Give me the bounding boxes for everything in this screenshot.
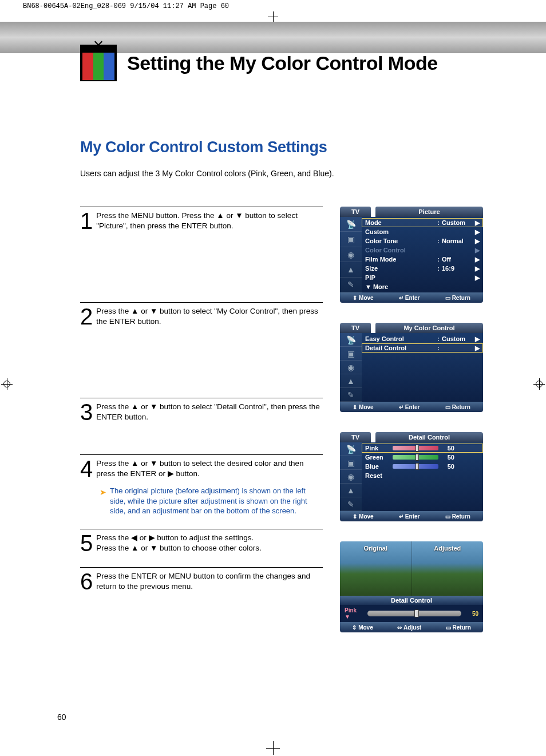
- move-icon: ⇕: [353, 513, 357, 520]
- pink-slider[interactable]: [393, 446, 438, 450]
- sound-icon: ◉: [340, 247, 362, 262]
- osd-title: Picture: [375, 207, 483, 217]
- step-number: 2: [80, 305, 96, 328]
- preview-value: 50: [461, 611, 478, 617]
- menu-row-custom[interactable]: Custom▶: [362, 227, 483, 236]
- picture-icon: ▣: [340, 456, 362, 470]
- menu-row-mode[interactable]: Mode:Custom▶: [362, 218, 483, 227]
- step-text: Press the ▲ or ▼ button to select "Detai…: [96, 401, 323, 423]
- menu-row-more[interactable]: ▼ More: [362, 282, 483, 291]
- menu-row-green[interactable]: Green50: [362, 453, 483, 462]
- preview-param-label: Pink▼: [345, 607, 367, 620]
- preview-original: Original: [340, 541, 412, 596]
- menu-row-detail-control[interactable]: Detail Control:▶: [362, 343, 483, 353]
- note-arrow-icon: ➤: [100, 487, 106, 498]
- step-4: 4 Press the ▲ or ▼ button to select the …: [80, 454, 323, 480]
- picture-icon: ▣: [340, 347, 362, 361]
- osd-footer: ⇕Move ↵Enter ▭Return: [340, 402, 483, 412]
- return-icon: ▭: [445, 404, 450, 410]
- menu-row-reset[interactable]: Reset: [362, 471, 483, 480]
- osd-footer: ⇕Move ↵Enter ▭Return: [340, 292, 483, 303]
- satellite-icon: 📡: [340, 217, 362, 232]
- enter-icon: ↵: [399, 295, 403, 301]
- step-4-note: ➤ The original picture (before adjustmen…: [100, 486, 323, 516]
- menu-row-pip[interactable]: PIP▶: [362, 273, 483, 282]
- return-icon: ▭: [445, 513, 450, 520]
- menu-row-color-tone[interactable]: Color Tone:Normal▶: [362, 236, 483, 246]
- move-icon: ⇕: [353, 404, 357, 410]
- preview-bar-title: Detail Control: [340, 596, 483, 605]
- step-2: 2 Press the ▲ or ▼ button to select "My …: [80, 302, 323, 328]
- preview-slider[interactable]: [367, 611, 461, 616]
- osd-main: Easy Control:Custom▶ Detail Control:▶: [362, 333, 483, 402]
- step-number: 5: [80, 532, 96, 555]
- setup-icon: ✎: [340, 278, 362, 292]
- prepress-header: BN68-00645A-02Eng_028-069 9/15/04 11:27 …: [0, 0, 546, 11]
- menu-row-color-control: Color Control▶: [362, 246, 483, 255]
- enter-icon: ↵: [399, 513, 403, 520]
- picture-icon: ▣: [340, 232, 362, 247]
- green-slider[interactable]: [393, 455, 438, 460]
- tv-icon: [80, 45, 117, 81]
- setup-icon: ✎: [340, 388, 362, 402]
- channel-icon: ▲: [340, 484, 362, 497]
- step-number: 4: [80, 457, 96, 480]
- step-5: 5 Press the ◀ or ▶ button to adjust the …: [80, 529, 323, 555]
- step-number: 3: [80, 401, 96, 423]
- osd-sidebar: 📡 ▣ ◉ ▲ ✎: [340, 333, 362, 402]
- crop-mark-top: [0, 11, 546, 22]
- step-number: 6: [80, 570, 96, 593]
- crop-mark-bottom: [266, 741, 280, 755]
- enter-icon: ↵: [399, 404, 403, 410]
- step-text: Press the ENTER or MENU button to confir…: [96, 570, 323, 593]
- menu-row-easy-control[interactable]: Easy Control:Custom▶: [362, 334, 483, 343]
- osd-main: Pink50 Green50 Blue50 Reset: [362, 442, 483, 511]
- intro-text: Users can adjust the 3 My Color Control …: [80, 169, 489, 178]
- return-icon: ▭: [446, 624, 451, 631]
- sound-icon: ◉: [340, 470, 362, 484]
- sound-icon: ◉: [340, 361, 362, 374]
- step-number: 1: [80, 209, 96, 232]
- channel-icon: ▲: [340, 374, 362, 388]
- osd-tv-tab: TV: [340, 323, 371, 333]
- channel-icon: ▲: [340, 262, 362, 277]
- preview-adjust-row: Pink▼ 50: [340, 605, 483, 622]
- step-text: Press the MENU button. Press the ▲ or ▼ …: [96, 209, 323, 232]
- adjust-icon: ⇔: [397, 624, 402, 631]
- osd-main: Mode:Custom▶ Custom▶ Color Tone:Normal▶ …: [362, 217, 483, 292]
- satellite-icon: 📡: [340, 442, 362, 456]
- setup-icon: ✎: [340, 497, 362, 511]
- menu-row-pink[interactable]: Pink50: [362, 444, 483, 453]
- osd-title: Detail Control: [375, 432, 483, 442]
- step-1: 1 Press the MENU button. Press the ▲ or …: [80, 207, 323, 232]
- return-icon: ▭: [445, 295, 450, 301]
- osd-footer: ⇕Move ↵Enter ▭Return: [340, 511, 483, 521]
- preview-adjusted: Adjusted: [412, 541, 484, 596]
- osd-sidebar: 📡 ▣ ◉ ▲ ✎: [340, 442, 362, 511]
- osd-my-color-control-menu: TV My Color Control 📡 ▣ ◉ ▲ ✎ Easy Contr…: [340, 323, 483, 412]
- osd-column: TV Picture 📡 ▣ ◉ ▲ ✎ Mode:Custom▶ Custom…: [340, 207, 489, 632]
- osd-tv-tab: TV: [340, 432, 371, 442]
- osd-detail-control-menu: TV Detail Control 📡 ▣ ◉ ▲ ✎ Pink50 Green…: [340, 432, 483, 521]
- step-3: 3 Press the ▲ or ▼ button to select "Det…: [80, 398, 323, 423]
- preview-footer: ⇕Move ⇔Adjust ▭Return: [340, 622, 483, 632]
- menu-row-film-mode[interactable]: Film Mode:Off▶: [362, 255, 483, 264]
- osd-title: My Color Control: [375, 323, 483, 333]
- osd-tv-tab: TV: [340, 207, 371, 217]
- page-number: 60: [57, 713, 66, 722]
- menu-row-size[interactable]: Size:16:9▶: [362, 264, 483, 273]
- step-6: 6 Press the ENTER or MENU button to conf…: [80, 567, 323, 593]
- blue-slider[interactable]: [393, 464, 438, 469]
- osd-picture-menu: TV Picture 📡 ▣ ◉ ▲ ✎ Mode:Custom▶ Custom…: [340, 207, 483, 303]
- satellite-icon: 📡: [340, 333, 362, 347]
- osd-preview-split: Original Adjusted Detail Control Pink▼ 5…: [340, 541, 483, 632]
- registration-mark-right: [533, 378, 545, 390]
- step-text: Press the ▲ or ▼ button to select the de…: [96, 457, 323, 480]
- step-text: Press the ▲ or ▼ button to select "My Co…: [96, 305, 323, 328]
- menu-row-blue[interactable]: Blue50: [362, 462, 483, 471]
- step-text: Press the ◀ or ▶ button to adjust the se…: [96, 532, 262, 555]
- steps-column: 1 Press the MENU button. Press the ▲ or …: [80, 207, 323, 632]
- move-icon: ⇕: [353, 295, 357, 301]
- registration-mark-left: [1, 378, 13, 390]
- page-title: Setting the My Color Control Mode: [127, 52, 438, 74]
